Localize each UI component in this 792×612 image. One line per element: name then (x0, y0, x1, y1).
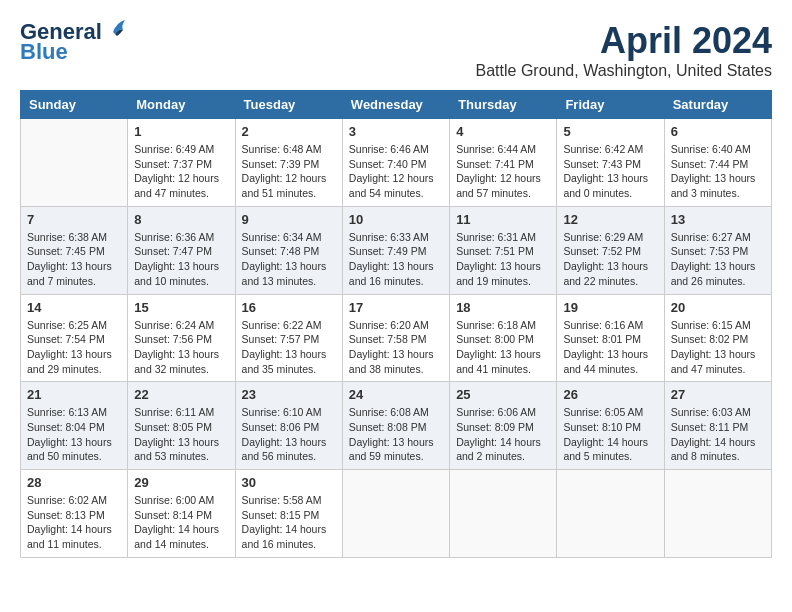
calendar-week-row: 7 Sunrise: 6:38 AM Sunset: 7:45 PM Dayli… (21, 206, 772, 294)
table-row: 9 Sunrise: 6:34 AM Sunset: 7:48 PM Dayli… (235, 206, 342, 294)
sunrise-label: Sunrise: 6:15 AM (671, 319, 751, 331)
day-info: Sunrise: 6:20 AM Sunset: 7:58 PM Dayligh… (349, 318, 443, 377)
sunrise-label: Sunrise: 6:49 AM (134, 143, 214, 155)
header-friday: Friday (557, 91, 664, 119)
day-info: Sunrise: 5:58 AM Sunset: 8:15 PM Dayligh… (242, 493, 336, 552)
sunset-label: Sunset: 7:57 PM (242, 333, 320, 345)
logo: General Blue (20, 20, 127, 64)
sunrise-label: Sunrise: 6:10 AM (242, 406, 322, 418)
month-year-title: April 2024 (476, 20, 772, 62)
table-row: 25 Sunrise: 6:06 AM Sunset: 8:09 PM Dayl… (450, 382, 557, 470)
sunrise-label: Sunrise: 5:58 AM (242, 494, 322, 506)
daylight-label: Daylight: 13 hours and 47 minutes. (671, 348, 756, 375)
table-row: 10 Sunrise: 6:33 AM Sunset: 7:49 PM Dayl… (342, 206, 449, 294)
calendar-week-row: 14 Sunrise: 6:25 AM Sunset: 7:54 PM Dayl… (21, 294, 772, 382)
day-number: 22 (134, 387, 228, 402)
daylight-label: Daylight: 13 hours and 3 minutes. (671, 172, 756, 199)
daylight-label: Daylight: 12 hours and 57 minutes. (456, 172, 541, 199)
table-row (557, 470, 664, 558)
daylight-label: Daylight: 13 hours and 10 minutes. (134, 260, 219, 287)
table-row: 3 Sunrise: 6:46 AM Sunset: 7:40 PM Dayli… (342, 119, 449, 207)
daylight-label: Daylight: 13 hours and 38 minutes. (349, 348, 434, 375)
day-number: 30 (242, 475, 336, 490)
day-info: Sunrise: 6:48 AM Sunset: 7:39 PM Dayligh… (242, 142, 336, 201)
table-row: 26 Sunrise: 6:05 AM Sunset: 8:10 PM Dayl… (557, 382, 664, 470)
sunrise-label: Sunrise: 6:02 AM (27, 494, 107, 506)
sunset-label: Sunset: 8:04 PM (27, 421, 105, 433)
day-number: 10 (349, 212, 443, 227)
day-info: Sunrise: 6:22 AM Sunset: 7:57 PM Dayligh… (242, 318, 336, 377)
day-info: Sunrise: 6:31 AM Sunset: 7:51 PM Dayligh… (456, 230, 550, 289)
day-number: 12 (563, 212, 657, 227)
daylight-label: Daylight: 13 hours and 50 minutes. (27, 436, 112, 463)
sunset-label: Sunset: 8:02 PM (671, 333, 749, 345)
sunrise-label: Sunrise: 6:18 AM (456, 319, 536, 331)
day-info: Sunrise: 6:10 AM Sunset: 8:06 PM Dayligh… (242, 405, 336, 464)
sunset-label: Sunset: 7:51 PM (456, 245, 534, 257)
daylight-label: Daylight: 13 hours and 19 minutes. (456, 260, 541, 287)
table-row: 4 Sunrise: 6:44 AM Sunset: 7:41 PM Dayli… (450, 119, 557, 207)
table-row: 16 Sunrise: 6:22 AM Sunset: 7:57 PM Dayl… (235, 294, 342, 382)
table-row: 23 Sunrise: 6:10 AM Sunset: 8:06 PM Dayl… (235, 382, 342, 470)
sunset-label: Sunset: 7:45 PM (27, 245, 105, 257)
table-row (664, 470, 771, 558)
header-thursday: Thursday (450, 91, 557, 119)
daylight-label: Daylight: 13 hours and 29 minutes. (27, 348, 112, 375)
day-info: Sunrise: 6:36 AM Sunset: 7:47 PM Dayligh… (134, 230, 228, 289)
day-info: Sunrise: 6:11 AM Sunset: 8:05 PM Dayligh… (134, 405, 228, 464)
sunset-label: Sunset: 8:00 PM (456, 333, 534, 345)
day-info: Sunrise: 6:24 AM Sunset: 7:56 PM Dayligh… (134, 318, 228, 377)
sunset-label: Sunset: 7:54 PM (27, 333, 105, 345)
sunrise-label: Sunrise: 6:00 AM (134, 494, 214, 506)
sunrise-label: Sunrise: 6:48 AM (242, 143, 322, 155)
day-number: 13 (671, 212, 765, 227)
daylight-label: Daylight: 14 hours and 11 minutes. (27, 523, 112, 550)
location-subtitle: Battle Ground, Washington, United States (476, 62, 772, 80)
table-row (342, 470, 449, 558)
day-info: Sunrise: 6:40 AM Sunset: 7:44 PM Dayligh… (671, 142, 765, 201)
sunrise-label: Sunrise: 6:08 AM (349, 406, 429, 418)
sunset-label: Sunset: 8:13 PM (27, 509, 105, 521)
table-row: 2 Sunrise: 6:48 AM Sunset: 7:39 PM Dayli… (235, 119, 342, 207)
day-info: Sunrise: 6:46 AM Sunset: 7:40 PM Dayligh… (349, 142, 443, 201)
day-info: Sunrise: 6:08 AM Sunset: 8:08 PM Dayligh… (349, 405, 443, 464)
calendar-week-row: 1 Sunrise: 6:49 AM Sunset: 7:37 PM Dayli… (21, 119, 772, 207)
table-row: 13 Sunrise: 6:27 AM Sunset: 7:53 PM Dayl… (664, 206, 771, 294)
sunrise-label: Sunrise: 6:36 AM (134, 231, 214, 243)
daylight-label: Daylight: 14 hours and 5 minutes. (563, 436, 648, 463)
table-row: 24 Sunrise: 6:08 AM Sunset: 8:08 PM Dayl… (342, 382, 449, 470)
day-number: 14 (27, 300, 121, 315)
sunset-label: Sunset: 7:58 PM (349, 333, 427, 345)
header-wednesday: Wednesday (342, 91, 449, 119)
day-info: Sunrise: 6:25 AM Sunset: 7:54 PM Dayligh… (27, 318, 121, 377)
table-row: 19 Sunrise: 6:16 AM Sunset: 8:01 PM Dayl… (557, 294, 664, 382)
sunrise-label: Sunrise: 6:06 AM (456, 406, 536, 418)
sunset-label: Sunset: 7:39 PM (242, 158, 320, 170)
header-saturday: Saturday (664, 91, 771, 119)
day-number: 26 (563, 387, 657, 402)
table-row (21, 119, 128, 207)
sunrise-label: Sunrise: 6:40 AM (671, 143, 751, 155)
day-info: Sunrise: 6:15 AM Sunset: 8:02 PM Dayligh… (671, 318, 765, 377)
daylight-label: Daylight: 14 hours and 8 minutes. (671, 436, 756, 463)
day-info: Sunrise: 6:42 AM Sunset: 7:43 PM Dayligh… (563, 142, 657, 201)
sunrise-label: Sunrise: 6:05 AM (563, 406, 643, 418)
sunset-label: Sunset: 7:44 PM (671, 158, 749, 170)
table-row: 5 Sunrise: 6:42 AM Sunset: 7:43 PM Dayli… (557, 119, 664, 207)
table-row: 11 Sunrise: 6:31 AM Sunset: 7:51 PM Dayl… (450, 206, 557, 294)
sunset-label: Sunset: 8:15 PM (242, 509, 320, 521)
sunrise-label: Sunrise: 6:27 AM (671, 231, 751, 243)
day-number: 11 (456, 212, 550, 227)
sunrise-label: Sunrise: 6:20 AM (349, 319, 429, 331)
day-number: 3 (349, 124, 443, 139)
daylight-label: Daylight: 13 hours and 35 minutes. (242, 348, 327, 375)
table-row: 27 Sunrise: 6:03 AM Sunset: 8:11 PM Dayl… (664, 382, 771, 470)
sunset-label: Sunset: 7:41 PM (456, 158, 534, 170)
day-info: Sunrise: 6:33 AM Sunset: 7:49 PM Dayligh… (349, 230, 443, 289)
sunset-label: Sunset: 7:49 PM (349, 245, 427, 257)
day-number: 1 (134, 124, 228, 139)
daylight-label: Daylight: 13 hours and 7 minutes. (27, 260, 112, 287)
sunset-label: Sunset: 7:52 PM (563, 245, 641, 257)
daylight-label: Daylight: 13 hours and 41 minutes. (456, 348, 541, 375)
table-row: 8 Sunrise: 6:36 AM Sunset: 7:47 PM Dayli… (128, 206, 235, 294)
